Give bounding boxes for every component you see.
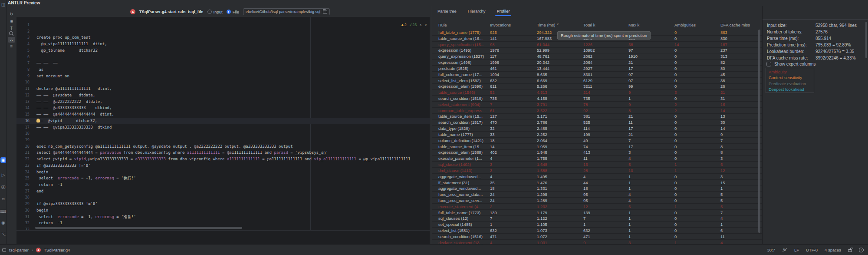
profiler-row[interactable]: predicate (1525)46113.444292717080 [432,66,762,72]
code-line[interactable]: 13—— —— @a2222222222 dtdate, [16,99,430,105]
profiler-row[interactable]: data_type (1829)322.48811417014 [432,126,762,132]
window-icon[interactable] [2,248,6,252]
profiler-row[interactable]: search_condition (1519)7354.1587351031 [432,96,762,102]
terminal-tool-icon[interactable]: ⌨ [0,209,6,214]
line-ending[interactable]: LF [794,248,799,252]
code-line[interactable]: 3create proc up_com_test [16,34,430,41]
code-line[interactable]: 8 as [16,66,430,73]
profiler-row[interactable]: table_source_item (15...141.959741708 [432,144,762,150]
profiler-row[interactable]: expression_elem (1590)6115.266321199026 [432,83,762,89]
profiler-row[interactable]: select_statement (904)73.791789216 [432,102,762,108]
profiler-row[interactable]: query_specification (15...9861.044122638… [432,42,762,48]
version-control-tool-icon[interactable]: ⌥ [0,231,6,237]
profiler-row[interactable]: expression (1498)199820.342206421082 [432,60,762,66]
notifications-icon[interactable]: ! [859,248,864,252]
profiler-row[interactable]: table_source (1546)524.5132149321 [432,89,762,96]
tab-parse-tree[interactable]: Parse tree [437,9,457,16]
column-header[interactable]: Total k [583,23,595,27]
code-line[interactable]: 11declare @a1111111111111 dtint, [16,86,430,92]
stats-scrollbar[interactable] [865,22,867,58]
profiler-row[interactable]: sql_clauses (12)71.1227104 [432,215,762,222]
code-line[interactable]: 10 [16,79,430,86]
profiler-row[interactable]: query_expression (1527)11748.76120621910… [432,53,762,60]
indent-setting[interactable]: 4 spaces [825,248,841,252]
problems-tool-icon[interactable]: ◉ [0,220,6,225]
antlr-preview-tool-icon[interactable]: ▣ [0,157,6,163]
profiler-row[interactable]: func_proc_name_data...241.29895405 [432,192,762,198]
profiler-row[interactable]: if_statement (31)351.476441015 [432,180,762,186]
code-line[interactable]: 6 [16,54,430,60]
code-line[interactable]: 12—— —— @sysdate dtdate, [16,92,430,99]
code-line[interactable]: 18 [16,130,430,137]
editor-hscrollbar[interactable] [35,227,242,229]
window-layout-icon[interactable]: ◫ [0,2,6,7]
code-line[interactable]: 21select @a444444444444444 = paravalue f… [16,149,430,156]
code-line[interactable]: 15—— —— @a4444444444444444 dtint, [16,111,430,118]
file-encoding[interactable]: UTF-8 [806,248,818,252]
code-line[interactable]: 7—— —— —— [16,60,430,66]
profiler-row[interactable]: select_list_elem (1592)6326.669612997038 [432,78,762,84]
code-line[interactable]: 4 @p_vipa1111111111111 dtint, [16,41,430,47]
profiler-row[interactable]: execute_statement (4...21.23212615 [432,204,762,210]
tab-profiler[interactable]: Profiler [496,9,510,16]
refresh-icon[interactable]: ↻ [8,11,15,17]
profiler-row[interactable]: column_definition (1421)182.06449707 [432,138,762,144]
profiler-row[interactable]: set_special (1485)11.1051101 [432,222,762,228]
column-header[interactable]: Ambiguities [674,23,696,27]
highlighting-off-icon[interactable]: ✎ [782,248,787,252]
code-line[interactable]: 9set nocount on [16,73,430,79]
input-radio[interactable]: Input [207,10,223,14]
column-header[interactable]: DFA cache miss [720,23,750,27]
code-line[interactable]: 17—— —— @vipa333333333333 dtkind [16,124,430,131]
code-line[interactable]: 27end [16,188,430,195]
profiler-row[interactable]: declare_statement (13...41.0319314 [432,240,762,244]
folder-icon[interactable] [323,10,327,13]
profiler-row[interactable]: aggregate_windowed...41.4954103 [432,174,762,180]
code-line[interactable]: 29if @vipa333333333333 !='0' [16,201,430,207]
code-line[interactable]: 23if @a333333333333 !='0' [16,162,430,169]
scroll-from-source-icon[interactable]: ↧ [8,25,15,31]
code-line[interactable]: 26 return -1 [16,182,430,188]
code-line[interactable]: 20exec nb_com_getsysconfig @a11111111111… [16,143,430,150]
antlr-tool-icon[interactable]: Ⓐ [0,184,6,190]
profiler-row[interactable]: func_proc_name_serv...241.28995405 [432,198,762,204]
profiler-row[interactable]: table_name (1777)332.2521992109 [432,132,762,138]
prev-problem-icon[interactable]: ∧ [419,23,422,27]
breadcrumb-project[interactable]: tsql-parser [9,248,29,252]
inspections-widget[interactable]: ▲2 ✓23 ∧ ∨ [401,23,427,27]
profiler-row[interactable]: search_condition (1517)4702.78652511030 [432,119,762,126]
code-line[interactable]: 5 @p_tblname dtchar32 [16,47,430,54]
code-line[interactable]: 25 select errorcode = -1, errormsg = '执行… [16,175,430,182]
stop-icon[interactable]: ■ [8,18,15,24]
file-path-input[interactable]: ebelice/Github/tsql-parser/examples/big.… [243,8,330,15]
code-line[interactable]: 32 return -1 [16,220,430,226]
code-line[interactable]: 30begin [16,207,430,214]
intention-bulb-icon[interactable] [36,119,40,123]
profiler-row[interactable]: common_table_express...613.522928214 [432,108,762,114]
column-header[interactable]: Time (ms)∨ [537,23,555,27]
tab-hierarchy[interactable]: Hierarchy [468,9,486,16]
code-line[interactable]: 28 [16,194,430,201]
profiler-row[interactable]: full_table_name (1773)1391.179139107 [432,210,762,216]
file-radio[interactable]: File [227,10,239,14]
profiler-row[interactable]: expression (1495)197852.99910982970237 [432,47,762,53]
code-line[interactable]: 1 [16,22,430,28]
code-line[interactable]: 14—— —— @a333333333333 dtkind, [16,105,430,111]
code-line[interactable]: 19 [16,137,430,143]
next-problem-icon[interactable]: ∨ [424,23,427,27]
services-tool-icon[interactable]: ≋ [0,196,6,202]
code-line[interactable]: 24begin [16,169,430,176]
profiler-row[interactable]: expression_elem (1589)4021.948413308 [432,149,762,156]
expert-columns-checkbox[interactable]: Show expert columns [766,62,816,66]
caret-position[interactable]: 30:7 [767,248,775,252]
profiler-row[interactable]: dml_clause (1413)31.5882810112 [432,168,762,174]
profiler-row[interactable]: search_condition (1516)4711.0724711011 [432,234,762,240]
profiler-vscrollbar[interactable] [758,30,760,233]
search-icon[interactable] [8,31,15,36]
structure-view-icon[interactable]: ≡ [8,43,15,49]
column-header[interactable]: Rule [438,23,447,27]
profiler-row[interactable]: sql_clause (1402)31.64816516 [432,162,762,168]
code-line[interactable]: 31 select errorcode = -1, errormsg = '准备… [16,214,430,220]
run-tool-icon[interactable]: ▷ [0,172,6,178]
code-editor[interactable]: 123create proc up_com_test4 @p_vipa11111… [16,17,430,230]
